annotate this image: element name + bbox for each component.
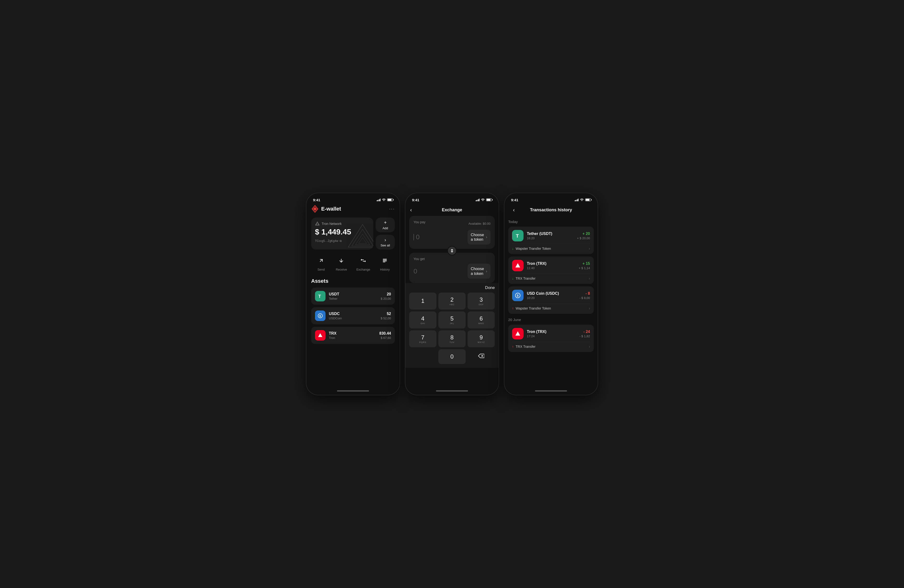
svg-text:$: $ xyxy=(319,314,321,318)
choose-token-bottom-label: Choosea token xyxy=(471,266,484,276)
status-time-2: 9:41 xyxy=(412,198,419,202)
more-button[interactable]: ··· xyxy=(389,206,395,212)
key-number-3: 3 xyxy=(479,296,483,303)
key-6[interactable]: 6 MNO xyxy=(468,311,495,328)
key-3[interactable]: 3 DEF xyxy=(468,293,495,309)
tx-trx-june[interactable]: Tron (TRX) 17:24 - 24 - $ 1,82 ↑ TRX Tra… xyxy=(508,325,594,352)
key-number-2: 2 xyxy=(450,296,454,303)
logo-icon xyxy=(311,205,319,213)
copy-icon[interactable]: ⧉ xyxy=(340,239,342,243)
status-icons xyxy=(377,198,393,202)
tx-usdc-amounts: - 8 - $ 8,00 xyxy=(580,292,590,300)
done-button[interactable]: Done xyxy=(485,285,495,290)
ewallet-content: E-wallet ··· Tron Network $ 1,449.45 xyxy=(307,205,400,387)
arrow-down-icon: ↓ xyxy=(512,247,514,251)
usdc-info: USDC USDCoin xyxy=(329,312,381,320)
key-7[interactable]: 7 PQRS xyxy=(409,330,436,347)
key-1[interactable]: 1 xyxy=(409,293,436,309)
trx-amounts: 830.44 $ 67,60 xyxy=(379,331,391,340)
tx-trx-today-sub-left: ↓ TRX Transfer xyxy=(512,277,536,281)
cursor-bar xyxy=(414,234,414,240)
key-number-0: 0 xyxy=(450,353,454,360)
tx-trx-today[interactable]: Tron (TRX) 11:40 + 15 + $ 1,14 ↓ TRX Tra… xyxy=(508,257,594,284)
tx-usdt-amounts: + 20 + $ 20,00 xyxy=(577,232,590,240)
see-all-button[interactable]: › See all xyxy=(376,235,395,249)
key-letters-4: GHI xyxy=(420,322,425,325)
back-button[interactable]: ‹ xyxy=(410,207,412,213)
see-all-label: See all xyxy=(381,244,390,247)
bg-graphic xyxy=(347,223,373,249)
tx-trx-today-sub[interactable]: ↓ TRX Transfer › xyxy=(512,274,590,281)
wallet-title-row: E-wallet xyxy=(311,205,341,213)
status-bar-2: 9:41 xyxy=(405,193,499,205)
tx-usdc[interactable]: $ USD Coin (USDC) 10:20 - 8 - $ 8,00 ↑ xyxy=(508,286,594,314)
tx-nav-header: ‹ Transactions history xyxy=(508,205,594,216)
signal-icon xyxy=(377,199,381,201)
exchange-screen: 9:41 ‹ E xyxy=(405,193,499,395)
key-number-5: 5 xyxy=(450,315,454,322)
you-pay-input[interactable]: 0 xyxy=(416,233,444,241)
balance-card: Tron Network $ 1,449.45 TCccg5…ZgKg4w ⧉ xyxy=(311,218,373,249)
usdt-amounts: 20 $ 20,00 xyxy=(381,292,391,301)
key-9[interactable]: 9 WXYZ xyxy=(468,330,495,347)
svg-marker-27 xyxy=(515,331,520,336)
exchange-button[interactable]: Exchange xyxy=(356,255,370,271)
add-button[interactable]: + Add xyxy=(376,218,395,232)
status-icons-3 xyxy=(575,198,591,202)
tx-trx-june-main: Tron (TRX) 17:24 - 24 - $ 1,82 xyxy=(512,328,590,339)
asset-trx[interactable]: TRX Tron 830.44 $ 67,60 xyxy=(311,327,395,344)
status-bar-3: 9:41 xyxy=(504,193,597,205)
you-get-card: You get 0 Choosea token › xyxy=(409,253,495,283)
available-text: Available: $0.00 xyxy=(468,222,490,225)
battery-icon-2 xyxy=(486,199,492,201)
battery-icon xyxy=(387,199,393,201)
tx-trx-today-main: Tron (TRX) 11:40 + 15 + $ 1,14 xyxy=(512,260,590,271)
tx-usdc-main: $ USD Coin (USDC) 10:20 - 8 - $ 8,00 xyxy=(512,290,590,301)
send-label: Send xyxy=(318,268,324,271)
key-number-9: 9 xyxy=(479,334,483,341)
choose-token-bottom-button[interactable]: Choosea token › xyxy=(468,264,490,279)
you-get-row: 0 Choosea token › xyxy=(414,264,490,279)
history-button[interactable]: History xyxy=(379,255,390,271)
home-indicator xyxy=(307,387,400,395)
send-button[interactable]: Send xyxy=(316,255,326,271)
key-number-1: 1 xyxy=(421,298,424,304)
right-cards: + Add › See all xyxy=(376,218,395,249)
key-2[interactable]: 2 ABC xyxy=(438,293,466,309)
tx-usdc-sub[interactable]: ↑ Wapster Transfer Token › xyxy=(512,304,590,311)
status-icons-2 xyxy=(476,198,492,202)
key-letters-7: PQRS xyxy=(419,341,427,344)
key-letters-3: DEF xyxy=(479,303,484,306)
swap-button[interactable] xyxy=(447,246,457,255)
tx-usdc-sub-left: ↑ Wapster Transfer Token xyxy=(512,306,551,310)
screens-container: 9:41 xyxy=(307,193,597,395)
key-5[interactable]: 5 JKL xyxy=(438,311,466,328)
svg-marker-6 xyxy=(356,234,370,245)
tx-usdc-icon: $ xyxy=(512,290,523,301)
asset-usdt[interactable]: T USDT Tether 20 $ 20,00 xyxy=(311,287,395,305)
you-pay-label: You pay xyxy=(414,220,425,224)
tx-usdt[interactable]: T Tether (USDT) 16:20 + 20 + $ 20,00 ↓ W… xyxy=(508,227,594,254)
plus-icon: + xyxy=(384,220,387,225)
home-indicator-3 xyxy=(504,387,597,395)
key-delete[interactable] xyxy=(468,349,495,364)
tx-trx-june-sub[interactable]: ↑ TRX Transfer › xyxy=(512,342,590,349)
key-4[interactable]: 4 GHI xyxy=(409,311,436,328)
usdt-info: USDT Tether xyxy=(329,292,381,301)
asset-usdc[interactable]: $ USDC USDCoin 52 $ 52,00 xyxy=(311,307,395,324)
key-8[interactable]: 8 TUV xyxy=(438,330,466,347)
key-empty xyxy=(409,349,436,364)
tron-network-icon xyxy=(315,221,320,226)
key-number-8: 8 xyxy=(450,334,454,341)
tx-usdt-sub[interactable]: ↓ Wapster Transfer Token › xyxy=(512,244,590,251)
receive-button[interactable]: Receive xyxy=(336,255,347,271)
key-number-6: 6 xyxy=(479,315,483,322)
svg-text:T: T xyxy=(318,294,321,299)
key-0[interactable]: 0 xyxy=(438,349,466,364)
tx-back-button[interactable]: ‹ xyxy=(513,207,515,213)
wallet-title: E-wallet xyxy=(321,206,341,212)
choose-token-top-button[interactable]: Choosea token › xyxy=(468,230,490,244)
choose-token-top-label: Choosea token xyxy=(471,233,484,242)
you-get-input: 0 xyxy=(414,268,417,275)
key-letters-9: WXYZ xyxy=(477,341,485,344)
